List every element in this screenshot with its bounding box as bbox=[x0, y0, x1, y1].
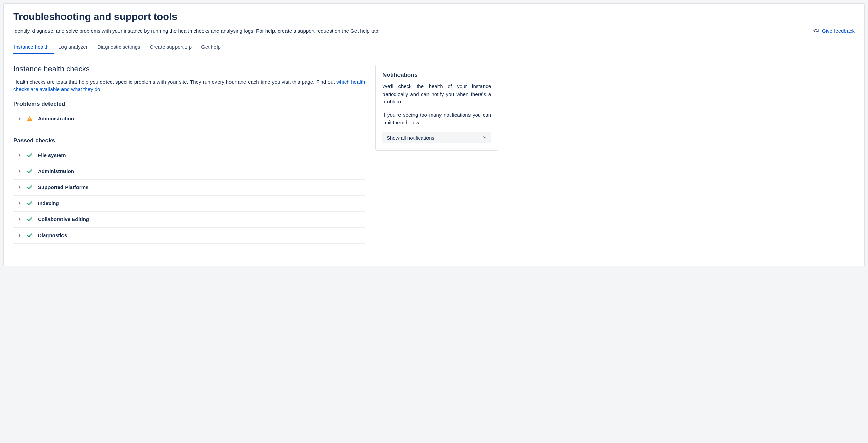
main-panel: Troubleshooting and support tools Identi… bbox=[3, 3, 865, 266]
chevron-right-icon bbox=[18, 218, 22, 221]
check-icon bbox=[26, 168, 33, 174]
check-row-indexing[interactable]: Indexing bbox=[13, 196, 365, 212]
check-icon bbox=[26, 200, 33, 206]
give-feedback-link[interactable]: Give feedback bbox=[813, 27, 855, 34]
check-label: Collaborative Editing bbox=[38, 216, 89, 222]
check-label: Indexing bbox=[38, 200, 59, 206]
megaphone-icon bbox=[813, 27, 819, 34]
check-row-file-system[interactable]: File system bbox=[13, 147, 365, 163]
side-column: Notifications We'll check the health of … bbox=[375, 65, 498, 254]
chevron-right-icon bbox=[18, 170, 22, 173]
chevron-right-icon bbox=[18, 186, 22, 189]
check-icon bbox=[26, 232, 33, 239]
check-row-diagnostics[interactable]: Diagnostics bbox=[13, 228, 365, 244]
svg-rect-1 bbox=[29, 120, 30, 120]
notifications-filter-select[interactable]: Show all notifications bbox=[382, 132, 491, 143]
select-value: Show all notifications bbox=[387, 135, 434, 141]
section-description: Health checks are tests that help you de… bbox=[13, 78, 365, 93]
passed-heading: Passed checks bbox=[13, 137, 365, 144]
main-column: Instance health checks Health checks are… bbox=[13, 65, 365, 254]
tab-bar: Instance health Log analyzer Diagnostic … bbox=[13, 41, 389, 54]
notifications-heading: Notifications bbox=[382, 72, 491, 78]
tab-instance-health[interactable]: Instance health bbox=[13, 41, 54, 54]
give-feedback-label: Give feedback bbox=[822, 28, 855, 34]
svg-rect-0 bbox=[29, 118, 30, 119]
problems-list: Administration bbox=[13, 111, 365, 127]
tab-create-support-zip[interactable]: Create support zip bbox=[145, 41, 197, 54]
page-description: Identify, diagnose, and solve problems w… bbox=[13, 28, 380, 34]
notifications-body-1: We'll check the health of your instance … bbox=[382, 83, 491, 106]
notifications-body-2: If you're seeing too many notifications … bbox=[382, 111, 491, 127]
problems-heading: Problems detected bbox=[13, 101, 365, 108]
chevron-right-icon bbox=[18, 234, 22, 237]
check-icon bbox=[26, 184, 33, 190]
section-title: Instance health checks bbox=[13, 65, 365, 73]
chevron-down-icon bbox=[482, 135, 487, 141]
chevron-right-icon bbox=[18, 117, 22, 120]
tab-log-analyzer[interactable]: Log analyzer bbox=[54, 41, 93, 54]
passed-list: File system Administration Supported Pla… bbox=[13, 147, 365, 244]
tab-diagnostic-settings[interactable]: Diagnostic settings bbox=[93, 41, 145, 54]
tab-get-help[interactable]: Get help bbox=[196, 41, 225, 54]
check-label: Administration bbox=[38, 168, 74, 174]
check-label: Diagnostics bbox=[38, 232, 67, 238]
notifications-box: Notifications We'll check the health of … bbox=[375, 65, 498, 151]
warning-icon bbox=[26, 116, 33, 122]
page-title: Troubleshooting and support tools bbox=[13, 11, 855, 23]
check-row-supported-platforms[interactable]: Supported Platforms bbox=[13, 180, 365, 196]
content-row: Instance health checks Health checks are… bbox=[13, 65, 855, 254]
check-row-administration-problem[interactable]: Administration bbox=[13, 111, 365, 127]
header-row: Identify, diagnose, and solve problems w… bbox=[13, 27, 855, 34]
chevron-right-icon bbox=[18, 154, 22, 157]
check-icon bbox=[26, 216, 33, 223]
check-row-collaborative-editing[interactable]: Collaborative Editing bbox=[13, 212, 365, 228]
check-label: Administration bbox=[38, 116, 74, 122]
chevron-right-icon bbox=[18, 202, 22, 205]
check-icon bbox=[26, 152, 33, 158]
check-row-administration[interactable]: Administration bbox=[13, 163, 365, 180]
check-label: File system bbox=[38, 152, 66, 158]
check-label: Supported Platforms bbox=[38, 184, 88, 190]
